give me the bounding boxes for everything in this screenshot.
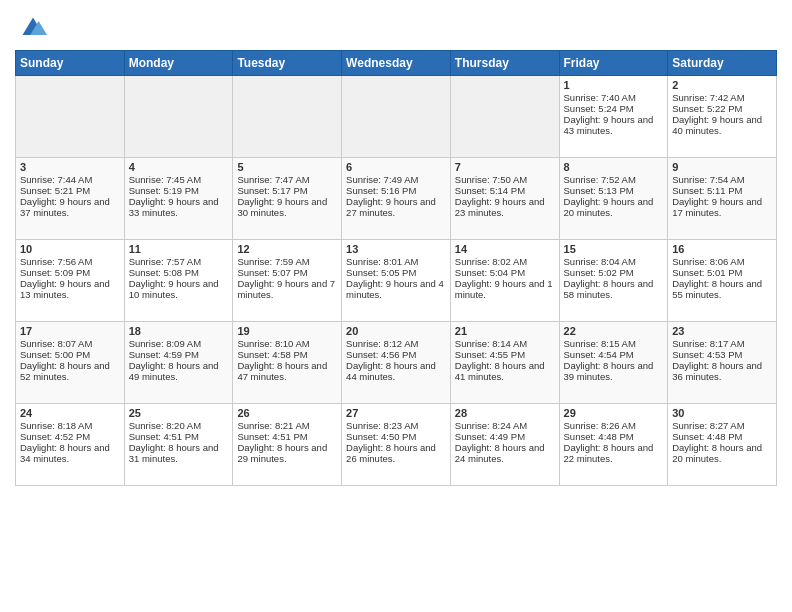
calendar-cell xyxy=(124,76,233,158)
calendar-cell: 5Sunrise: 7:47 AMSunset: 5:17 PMDaylight… xyxy=(233,158,342,240)
daylight-text: Daylight: 9 hours and 33 minutes. xyxy=(129,196,229,218)
sunrise-text: Sunrise: 8:20 AM xyxy=(129,420,229,431)
sunset-text: Sunset: 5:04 PM xyxy=(455,267,555,278)
calendar-cell: 30Sunrise: 8:27 AMSunset: 4:48 PMDayligh… xyxy=(668,404,777,486)
day-number: 26 xyxy=(237,407,337,419)
day-number: 19 xyxy=(237,325,337,337)
daylight-text: Daylight: 8 hours and 22 minutes. xyxy=(564,442,664,464)
sunrise-text: Sunrise: 8:12 AM xyxy=(346,338,446,349)
day-of-week-header: Thursday xyxy=(450,51,559,76)
daylight-text: Daylight: 9 hours and 1 minute. xyxy=(455,278,555,300)
calendar-cell: 10Sunrise: 7:56 AMSunset: 5:09 PMDayligh… xyxy=(16,240,125,322)
daylight-text: Daylight: 9 hours and 20 minutes. xyxy=(564,196,664,218)
sunset-text: Sunset: 5:08 PM xyxy=(129,267,229,278)
daylight-text: Daylight: 9 hours and 4 minutes. xyxy=(346,278,446,300)
sunset-text: Sunset: 4:56 PM xyxy=(346,349,446,360)
sunset-text: Sunset: 5:16 PM xyxy=(346,185,446,196)
day-number: 2 xyxy=(672,79,772,91)
day-of-week-header: Tuesday xyxy=(233,51,342,76)
sunrise-text: Sunrise: 7:54 AM xyxy=(672,174,772,185)
logo xyxy=(15,14,47,42)
daylight-text: Daylight: 8 hours and 29 minutes. xyxy=(237,442,337,464)
sunrise-text: Sunrise: 7:50 AM xyxy=(455,174,555,185)
day-number: 24 xyxy=(20,407,120,419)
day-number: 21 xyxy=(455,325,555,337)
day-number: 16 xyxy=(672,243,772,255)
sunrise-text: Sunrise: 8:24 AM xyxy=(455,420,555,431)
calendar-cell: 3Sunrise: 7:44 AMSunset: 5:21 PMDaylight… xyxy=(16,158,125,240)
sunrise-text: Sunrise: 7:44 AM xyxy=(20,174,120,185)
sunrise-text: Sunrise: 8:02 AM xyxy=(455,256,555,267)
day-number: 12 xyxy=(237,243,337,255)
calendar-body: 1Sunrise: 7:40 AMSunset: 5:24 PMDaylight… xyxy=(16,76,777,486)
day-number: 28 xyxy=(455,407,555,419)
calendar-week-row: 3Sunrise: 7:44 AMSunset: 5:21 PMDaylight… xyxy=(16,158,777,240)
daylight-text: Daylight: 8 hours and 52 minutes. xyxy=(20,360,120,382)
calendar-cell: 14Sunrise: 8:02 AMSunset: 5:04 PMDayligh… xyxy=(450,240,559,322)
sunset-text: Sunset: 5:17 PM xyxy=(237,185,337,196)
calendar-cell: 1Sunrise: 7:40 AMSunset: 5:24 PMDaylight… xyxy=(559,76,668,158)
daylight-text: Daylight: 9 hours and 10 minutes. xyxy=(129,278,229,300)
sunrise-text: Sunrise: 8:15 AM xyxy=(564,338,664,349)
daylight-text: Daylight: 8 hours and 20 minutes. xyxy=(672,442,772,464)
day-number: 13 xyxy=(346,243,446,255)
day-number: 14 xyxy=(455,243,555,255)
day-of-week-header: Monday xyxy=(124,51,233,76)
sunset-text: Sunset: 4:50 PM xyxy=(346,431,446,442)
sunrise-text: Sunrise: 8:14 AM xyxy=(455,338,555,349)
sunrise-text: Sunrise: 8:26 AM xyxy=(564,420,664,431)
sunset-text: Sunset: 4:51 PM xyxy=(129,431,229,442)
calendar-cell: 11Sunrise: 7:57 AMSunset: 5:08 PMDayligh… xyxy=(124,240,233,322)
day-number: 11 xyxy=(129,243,229,255)
sunset-text: Sunset: 5:02 PM xyxy=(564,267,664,278)
header xyxy=(15,10,777,42)
sunset-text: Sunset: 5:13 PM xyxy=(564,185,664,196)
day-number: 9 xyxy=(672,161,772,173)
daylight-text: Daylight: 9 hours and 23 minutes. xyxy=(455,196,555,218)
calendar-cell xyxy=(450,76,559,158)
calendar-week-row: 24Sunrise: 8:18 AMSunset: 4:52 PMDayligh… xyxy=(16,404,777,486)
sunrise-text: Sunrise: 8:18 AM xyxy=(20,420,120,431)
calendar-cell: 12Sunrise: 7:59 AMSunset: 5:07 PMDayligh… xyxy=(233,240,342,322)
day-number: 27 xyxy=(346,407,446,419)
day-of-week-header: Wednesday xyxy=(342,51,451,76)
day-number: 6 xyxy=(346,161,446,173)
calendar-table: SundayMondayTuesdayWednesdayThursdayFrid… xyxy=(15,50,777,486)
daylight-text: Daylight: 9 hours and 17 minutes. xyxy=(672,196,772,218)
day-number: 30 xyxy=(672,407,772,419)
sunrise-text: Sunrise: 7:56 AM xyxy=(20,256,120,267)
calendar-cell: 27Sunrise: 8:23 AMSunset: 4:50 PMDayligh… xyxy=(342,404,451,486)
calendar-cell: 15Sunrise: 8:04 AMSunset: 5:02 PMDayligh… xyxy=(559,240,668,322)
day-number: 10 xyxy=(20,243,120,255)
sunrise-text: Sunrise: 7:49 AM xyxy=(346,174,446,185)
sunset-text: Sunset: 4:52 PM xyxy=(20,431,120,442)
day-number: 23 xyxy=(672,325,772,337)
daylight-text: Daylight: 8 hours and 44 minutes. xyxy=(346,360,446,382)
day-number: 22 xyxy=(564,325,664,337)
sunset-text: Sunset: 5:22 PM xyxy=(672,103,772,114)
calendar-cell: 25Sunrise: 8:20 AMSunset: 4:51 PMDayligh… xyxy=(124,404,233,486)
day-number: 7 xyxy=(455,161,555,173)
calendar-cell xyxy=(342,76,451,158)
daylight-text: Daylight: 8 hours and 55 minutes. xyxy=(672,278,772,300)
calendar-cell: 22Sunrise: 8:15 AMSunset: 4:54 PMDayligh… xyxy=(559,322,668,404)
daylight-text: Daylight: 9 hours and 27 minutes. xyxy=(346,196,446,218)
daylight-text: Daylight: 9 hours and 13 minutes. xyxy=(20,278,120,300)
sunset-text: Sunset: 4:55 PM xyxy=(455,349,555,360)
daylight-text: Daylight: 9 hours and 43 minutes. xyxy=(564,114,664,136)
daylight-text: Daylight: 8 hours and 41 minutes. xyxy=(455,360,555,382)
sunset-text: Sunset: 4:48 PM xyxy=(672,431,772,442)
daylight-text: Daylight: 8 hours and 58 minutes. xyxy=(564,278,664,300)
calendar-header-row: SundayMondayTuesdayWednesdayThursdayFrid… xyxy=(16,51,777,76)
day-of-week-header: Friday xyxy=(559,51,668,76)
calendar-cell: 2Sunrise: 7:42 AMSunset: 5:22 PMDaylight… xyxy=(668,76,777,158)
sunset-text: Sunset: 4:48 PM xyxy=(564,431,664,442)
daylight-text: Daylight: 9 hours and 40 minutes. xyxy=(672,114,772,136)
sunrise-text: Sunrise: 8:27 AM xyxy=(672,420,772,431)
calendar-cell: 7Sunrise: 7:50 AMSunset: 5:14 PMDaylight… xyxy=(450,158,559,240)
sunrise-text: Sunrise: 7:42 AM xyxy=(672,92,772,103)
day-number: 1 xyxy=(564,79,664,91)
calendar-cell: 28Sunrise: 8:24 AMSunset: 4:49 PMDayligh… xyxy=(450,404,559,486)
day-number: 20 xyxy=(346,325,446,337)
sunset-text: Sunset: 4:58 PM xyxy=(237,349,337,360)
